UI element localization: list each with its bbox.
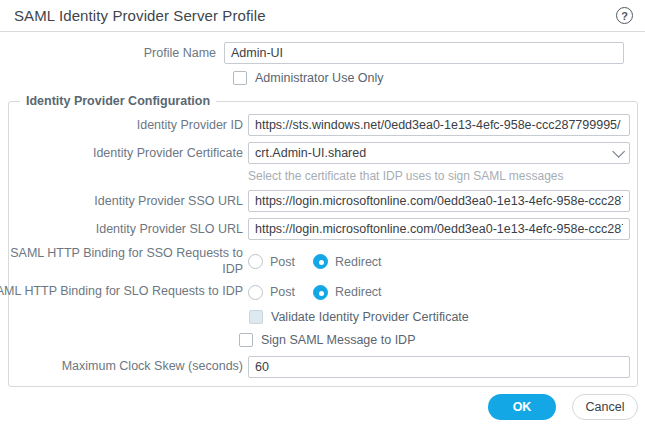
validate-certificate-row: Validate Identity Provider Certificate xyxy=(249,310,637,324)
clock-skew-label: Maximum Clock Skew (seconds) xyxy=(9,359,243,374)
sso-binding-redirect-option[interactable]: Redirect xyxy=(313,254,382,269)
identity-provider-id-label: Identity Provider ID xyxy=(9,118,243,133)
ok-button[interactable]: OK xyxy=(488,394,556,420)
identity-provider-sso-url-row: Identity Provider SSO URL xyxy=(9,190,637,212)
dialog-title: SAML Identity Provider Server Profile xyxy=(14,7,266,24)
sign-saml-message-row: Sign SAML Message to IDP xyxy=(239,333,637,347)
sso-binding-post-option[interactable]: Post xyxy=(248,254,295,269)
validate-certificate-label: Validate Identity Provider Certificate xyxy=(271,310,469,324)
sso-binding-radio-group: Post Redirect xyxy=(248,254,630,269)
group-legend: Identity Provider Configuration xyxy=(20,94,216,108)
sign-saml-message-label: Sign SAML Message to IDP xyxy=(261,333,415,347)
sso-binding-label: SAML HTTP Binding for SSO Requests to ID… xyxy=(9,246,243,277)
identity-provider-sso-url-label: Identity Provider SSO URL xyxy=(9,194,243,209)
slo-binding-post-option[interactable]: Post xyxy=(248,285,295,300)
clock-skew-row: Maximum Clock Skew (seconds) xyxy=(9,356,637,378)
identity-provider-sso-url-input[interactable] xyxy=(248,190,630,212)
identity-provider-slo-url-label: Identity Provider SLO URL xyxy=(9,222,243,237)
administrator-use-only-checkbox[interactable] xyxy=(233,71,247,85)
radio-unselected-icon[interactable] xyxy=(248,285,263,300)
sso-binding-row: SAML HTTP Binding for SSO Requests to ID… xyxy=(9,246,637,277)
identity-provider-certificate-row: Identity Provider Certificate crt.Admin-… xyxy=(9,142,637,164)
identity-provider-slo-url-row: Identity Provider SLO URL xyxy=(9,218,637,240)
administrator-use-only-row: Administrator Use Only xyxy=(233,71,645,85)
administrator-use-only-label: Administrator Use Only xyxy=(255,71,384,85)
help-icon[interactable]: ? xyxy=(616,7,633,24)
slo-binding-redirect-label: Redirect xyxy=(335,285,382,299)
validate-certificate-checkbox xyxy=(249,310,263,324)
identity-provider-certificate-value: crt.Admin-UI.shared xyxy=(255,146,612,160)
saml-idp-server-profile-dialog: SAML Identity Provider Server Profile ? … xyxy=(0,0,645,427)
identity-provider-slo-url-input[interactable] xyxy=(248,218,630,240)
profile-name-input[interactable] xyxy=(224,42,624,64)
sso-binding-post-label: Post xyxy=(270,255,295,269)
cancel-button[interactable]: Cancel xyxy=(572,394,638,420)
radio-unselected-icon[interactable] xyxy=(248,254,263,269)
certificate-hint-row: Select the certificate that IDP uses to … xyxy=(248,166,637,184)
identity-provider-id-row: Identity Provider ID xyxy=(9,114,637,136)
identity-provider-certificate-label: Identity Provider Certificate xyxy=(9,146,243,161)
slo-binding-row: SAML HTTP Binding for SLO Requests to ID… xyxy=(9,284,637,300)
slo-binding-label: SAML HTTP Binding for SLO Requests to ID… xyxy=(9,284,243,300)
dialog-header: SAML Identity Provider Server Profile ? xyxy=(0,0,645,32)
chevron-down-icon xyxy=(612,145,625,158)
slo-binding-redirect-option[interactable]: Redirect xyxy=(313,285,382,300)
certificate-hint-text: Select the certificate that IDP uses to … xyxy=(248,169,564,183)
profile-name-label: Profile Name xyxy=(0,46,224,61)
dialog-footer: OK Cancel xyxy=(488,394,638,420)
slo-binding-post-label: Post xyxy=(270,285,295,299)
radio-selected-icon[interactable] xyxy=(313,254,328,269)
identity-provider-certificate-dropdown[interactable]: crt.Admin-UI.shared xyxy=(248,142,630,164)
clock-skew-input[interactable] xyxy=(248,356,630,378)
identity-provider-configuration-group: Identity Provider Configuration Identity… xyxy=(8,94,638,387)
profile-name-row: Profile Name xyxy=(0,42,645,64)
identity-provider-id-input[interactable] xyxy=(248,114,630,136)
sso-binding-redirect-label: Redirect xyxy=(335,255,382,269)
slo-binding-radio-group: Post Redirect xyxy=(248,285,630,300)
sign-saml-message-checkbox[interactable] xyxy=(239,333,253,347)
radio-selected-icon[interactable] xyxy=(313,285,328,300)
